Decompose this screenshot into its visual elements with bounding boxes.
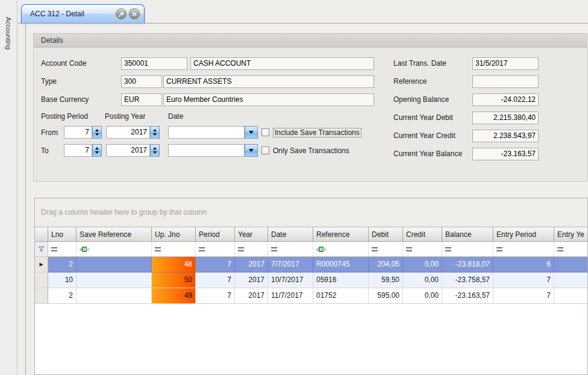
from-date-dropdown-button[interactable] xyxy=(245,126,258,139)
opening-balance-field[interactable]: -24.022,12 xyxy=(472,93,539,106)
filter-cell-lno[interactable] xyxy=(48,242,77,257)
account-code-field[interactable]: 350001 xyxy=(121,57,187,70)
to-date-field[interactable] xyxy=(168,144,245,157)
only-save-transactions-checkbox[interactable] xyxy=(261,147,269,154)
column-header-up-jno[interactable]: Up. Jno xyxy=(152,227,196,242)
type-code-field[interactable]: 300 xyxy=(121,75,162,88)
cell-lno[interactable]: 2 xyxy=(48,257,77,273)
column-header-entry-ye[interactable]: Entry Ye xyxy=(554,227,588,242)
cell-up-jno[interactable]: 49 xyxy=(152,288,196,304)
cell-entry-ye[interactable] xyxy=(554,288,588,304)
to-year-field[interactable]: 2017 xyxy=(106,144,150,157)
cell-credit[interactable]: 0,00 xyxy=(403,273,442,288)
from-year-spinner[interactable] xyxy=(150,126,160,139)
cell-year[interactable]: 2017 xyxy=(235,257,268,273)
cell-debit[interactable]: 59,50 xyxy=(369,273,403,288)
filter-cell-credit[interactable] xyxy=(403,242,442,257)
table-row[interactable]: 10507201710/7/20170591659,500,00-23.758,… xyxy=(35,273,587,288)
pin-button[interactable] xyxy=(116,8,127,19)
cell-entry-period[interactable]: 6 xyxy=(493,257,554,273)
group-by-panel[interactable]: Drag a column header here to group by th… xyxy=(35,198,587,227)
currency-code-field[interactable]: EUR xyxy=(121,93,162,106)
column-header-lno[interactable]: Lno xyxy=(48,227,77,242)
column-header-date[interactable]: Date xyxy=(268,227,313,242)
current-year-balance-field[interactable]: -23.163,57 xyxy=(472,148,539,160)
cell-entry-ye[interactable] xyxy=(554,273,588,288)
text-filter-icon: aBc xyxy=(80,247,90,252)
filter-cell-reference[interactable]: aBc xyxy=(313,242,369,257)
currency-name-field[interactable]: Euro Member Countries xyxy=(163,93,374,106)
cell-credit[interactable]: 0,00 xyxy=(403,257,442,273)
type-name-field[interactable]: CURRENT ASSETS xyxy=(163,75,374,88)
column-header-entry-period[interactable]: Entry Period xyxy=(493,227,554,242)
sidebar-tab-accounting[interactable]: Accounting xyxy=(5,17,12,49)
column-header-reference[interactable]: Reference xyxy=(313,227,369,242)
column-header-save-reference[interactable]: Save Reference xyxy=(77,227,152,242)
only-save-transactions-option[interactable]: Only Save Transactions xyxy=(261,144,349,157)
cell-debit[interactable]: 204,05 xyxy=(369,257,403,273)
cell-entry-period[interactable]: 7 xyxy=(493,273,554,288)
column-header-debit[interactable]: Debit xyxy=(369,227,403,242)
row-indicator xyxy=(35,288,48,304)
cell-period[interactable]: 7 xyxy=(196,257,235,273)
current-year-credit-field[interactable]: 2.238.543,97 xyxy=(472,130,539,142)
from-period-field[interactable]: 7 xyxy=(64,126,92,139)
include-save-transactions-checkbox[interactable] xyxy=(261,128,269,136)
filter-cell-entry-period[interactable] xyxy=(493,242,554,257)
filter-cell-debit[interactable] xyxy=(369,242,403,257)
current-year-debit-field[interactable]: 2.215.380,40 xyxy=(472,112,539,124)
table-row[interactable]: 2497201711/7/201701752595,000,00-23.163,… xyxy=(35,288,587,304)
last-trans-date-field[interactable]: 31/5/2017 xyxy=(472,57,539,70)
to-date-dropdown-button[interactable] xyxy=(245,144,258,157)
cell-balance[interactable]: -23.818,07 xyxy=(442,257,493,273)
from-date-field[interactable] xyxy=(168,126,245,139)
column-header-balance[interactable]: Balance xyxy=(442,227,493,242)
cell-save-reference[interactable] xyxy=(77,288,152,304)
to-period-field[interactable]: 7 xyxy=(64,144,92,157)
filter-cell-balance[interactable] xyxy=(442,242,493,257)
cell-up-jno[interactable]: 48 xyxy=(152,257,196,273)
tab-acc-312-detail[interactable]: ACC 312 - Detail ✕ xyxy=(21,4,145,23)
include-save-transactions-option[interactable]: Include Save Transactions xyxy=(261,126,361,139)
cell-reference[interactable]: R0000745 xyxy=(313,257,369,273)
cell-balance[interactable]: -23.758,57 xyxy=(442,273,493,288)
from-period-spinner[interactable] xyxy=(92,126,102,139)
cell-save-reference[interactable] xyxy=(77,257,152,273)
close-button[interactable]: ✕ xyxy=(129,8,140,19)
reference-field[interactable] xyxy=(472,75,539,88)
account-name-field[interactable]: CASH ACCOUNT xyxy=(190,57,374,70)
filter-cell-date[interactable] xyxy=(268,242,313,257)
filter-cell-period[interactable] xyxy=(196,242,235,257)
cell-date[interactable]: 7/7/2017 xyxy=(268,257,313,273)
cell-year[interactable]: 2017 xyxy=(235,273,268,288)
cell-save-reference[interactable] xyxy=(77,273,152,288)
from-year-field[interactable]: 2017 xyxy=(106,126,150,139)
cell-balance[interactable]: -23.163,57 xyxy=(442,288,493,304)
cell-date[interactable]: 10/7/2017 xyxy=(268,273,313,288)
column-header-year[interactable]: Year xyxy=(235,227,268,242)
cell-date[interactable]: 11/7/2017 xyxy=(268,288,313,304)
to-period-spinner[interactable] xyxy=(92,144,102,157)
cell-reference[interactable]: 01752 xyxy=(313,288,369,304)
cell-reference[interactable]: 05916 xyxy=(313,273,369,288)
cell-debit[interactable]: 595,00 xyxy=(369,288,403,304)
filter-cell-up-jno[interactable] xyxy=(152,242,196,257)
cell-year[interactable]: 2017 xyxy=(235,288,268,304)
table-row[interactable]: ▶248720177/7/2017R0000745204,050,00-23.8… xyxy=(35,257,587,273)
cell-period[interactable]: 7 xyxy=(196,273,235,288)
cell-lno[interactable]: 10 xyxy=(48,273,77,288)
filter-cell-entry-ye[interactable] xyxy=(554,242,588,257)
cell-up-jno[interactable]: 50 xyxy=(152,273,196,288)
cell-lno[interactable]: 2 xyxy=(48,288,77,304)
filter-cell-save-reference[interactable]: aBc xyxy=(77,242,152,257)
spin-up-icon xyxy=(153,147,157,150)
filter-row-indicator[interactable] xyxy=(35,242,48,257)
column-header-period[interactable]: Period xyxy=(196,227,235,242)
cell-credit[interactable]: 0,00 xyxy=(403,288,442,304)
to-year-spinner[interactable] xyxy=(150,144,160,157)
cell-entry-ye[interactable] xyxy=(554,257,588,273)
filter-cell-year[interactable] xyxy=(235,242,268,257)
cell-period[interactable]: 7 xyxy=(196,288,235,304)
cell-entry-period[interactable]: 7 xyxy=(493,288,554,304)
column-header-credit[interactable]: Credit xyxy=(403,227,442,242)
